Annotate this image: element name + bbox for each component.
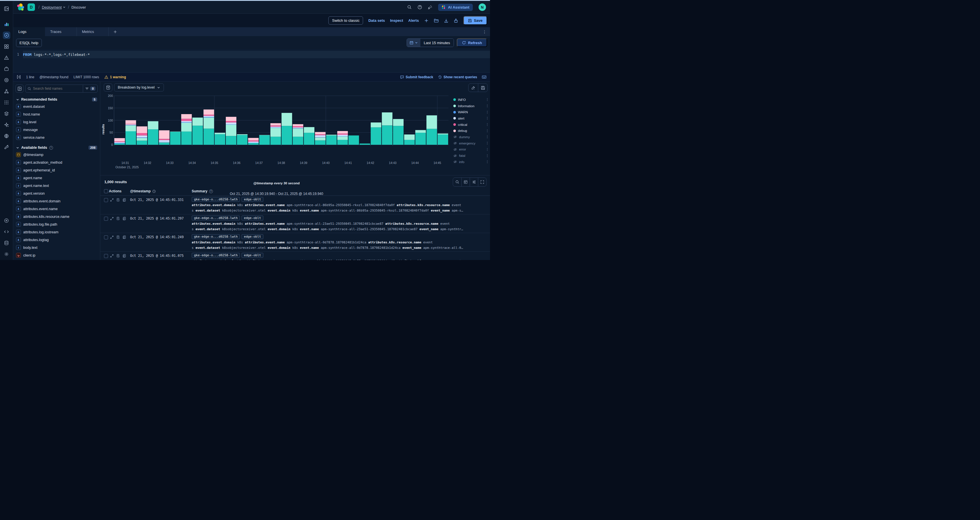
resource-badge[interactable]: gke-edge-o...d0258-lwth (192, 253, 240, 258)
open-session-folder-icon[interactable] (434, 18, 439, 23)
legend-item-menu-kebab-icon[interactable]: ⋮ (486, 129, 490, 133)
field-name[interactable]: attributes.logtag (23, 238, 49, 242)
resource-badge[interactable]: gke-edge-o...d0258-lwth (192, 215, 240, 220)
row-checkbox[interactable] (104, 217, 108, 221)
legend-item-fatal[interactable]: fatal ⋮ (453, 153, 490, 159)
stacked-bar-chart[interactable] (100, 93, 453, 161)
field-name[interactable]: agent.ephemeral_id (23, 168, 55, 172)
nav-service-map-icon[interactable] (3, 88, 10, 95)
esql-help-button[interactable]: ES|QL help (16, 39, 42, 47)
available-fields-help-icon[interactable]: ? (49, 146, 53, 150)
table-row[interactable]: Oct 21, 2025 @ 14:45:01.297 gke-edge-o..… (100, 214, 490, 233)
legend-item-menu-kebab-icon[interactable]: ⋮ (486, 98, 490, 102)
field-name[interactable]: agent.activation_method (23, 161, 62, 164)
field-item-recommended-4[interactable]: k service.name (13, 134, 100, 141)
resource-badge[interactable]: edge-oblt (242, 197, 263, 202)
editor-mode-icon[interactable] (17, 75, 21, 79)
field-name[interactable]: @timestamp (23, 153, 43, 157)
add-circle-icon[interactable] (3, 217, 10, 224)
field-item-available-10[interactable]: k attributes.log.iostream (13, 228, 100, 236)
field-name[interactable]: attributes.event.name (23, 207, 57, 211)
legend-item-menu-kebab-icon[interactable]: ⋮ (486, 148, 490, 152)
field-name[interactable]: attributes.log.file.path (23, 222, 57, 227)
field-name[interactable]: log.level (23, 120, 37, 124)
field-item-recommended-0[interactable]: k event.dataset (13, 103, 100, 110)
field-item-available-9[interactable]: k attributes.log.file.path (13, 220, 100, 228)
keyboard-shortcuts-icon[interactable] (482, 75, 487, 80)
resource-badge[interactable]: edge-oblt (242, 253, 263, 258)
field-name[interactable]: attributes.event.domain (23, 199, 60, 203)
legend-item-INFO[interactable]: INFO ⋮ (453, 97, 490, 103)
recommended-fields-header[interactable]: Recommended fields 5 (13, 95, 100, 103)
download-icon[interactable] (444, 18, 449, 23)
field-name[interactable]: agent.name.text (23, 184, 49, 188)
settings-gear-icon[interactable] (3, 250, 10, 258)
nav-analytics-icon[interactable] (3, 20, 10, 28)
help-icon[interactable] (417, 5, 422, 10)
histogram-chart[interactable]: results 050100150200 14:3114:3214:3314:3… (100, 93, 453, 168)
nav-tools-icon[interactable] (3, 144, 10, 151)
search-field-names-input[interactable] (31, 86, 83, 91)
deployment-badge[interactable]: D (27, 3, 35, 11)
legend-item-menu-kebab-icon[interactable]: ⋮ (486, 110, 490, 114)
nav-cases-icon[interactable] (3, 65, 10, 73)
field-search[interactable]: 0 (25, 85, 98, 93)
summary-help-icon[interactable]: ? (209, 190, 213, 193)
table-row[interactable]: Oct 21, 2025 @ 14:45:01.331 gke-edge-o..… (100, 196, 490, 214)
row-checkbox[interactable] (104, 235, 108, 239)
field-name[interactable]: client.ip (23, 254, 35, 257)
save-visualization-icon[interactable] (478, 84, 487, 92)
tab-logs[interactable]: Logs (13, 27, 45, 36)
legend-item-emergency[interactable]: emergency ⋮ (453, 140, 490, 147)
add-tab-button[interactable] (108, 27, 122, 36)
field-item-available-5[interactable]: k agent.version (13, 190, 100, 197)
field-item-available-4[interactable]: t agent.name.text (13, 182, 100, 190)
field-name[interactable]: agent.version (23, 191, 45, 196)
column-timestamp[interactable]: @timestamp (130, 189, 156, 193)
field-item-available-8[interactable]: k attributes.k8s.resource.name (13, 213, 100, 220)
alerts-link[interactable]: Alerts (408, 18, 419, 22)
field-name[interactable]: event.dataset (23, 105, 45, 108)
nav-synthetics-icon[interactable] (3, 132, 10, 140)
global-search-icon[interactable] (407, 5, 412, 10)
tab-metrics[interactable]: Metrics (77, 27, 108, 36)
field-item-available-13[interactable]: ip client.ip (13, 251, 100, 259)
field-name[interactable]: attributes.log.iostream (23, 230, 59, 234)
nav-infrastructure-icon[interactable] (3, 99, 10, 106)
field-item-available-12[interactable]: t body.text (13, 244, 100, 251)
nav-alerts-icon[interactable] (3, 54, 10, 61)
legend-item-menu-kebab-icon[interactable]: ⋮ (486, 116, 490, 120)
column-summary[interactable]: Summary ? (192, 189, 213, 193)
field-name[interactable]: attributes.k8s.resource.name (23, 215, 69, 219)
warning-indicator[interactable]: 1 warning (104, 75, 126, 79)
data-sets-link[interactable]: Data sets (368, 18, 385, 22)
dev-tools-icon[interactable] (3, 228, 10, 235)
time-range-value[interactable]: Last 15 minutes (420, 39, 453, 47)
stack-management-icon[interactable] (3, 239, 10, 247)
breadcrumb-deployment[interactable]: Deployment (42, 5, 65, 10)
refresh-button[interactable]: Refresh (457, 38, 487, 47)
field-name[interactable]: body.text (23, 246, 38, 250)
nav-ml-icon[interactable] (3, 121, 10, 128)
inspect-link[interactable]: Inspect (390, 18, 403, 22)
legend-item-debug[interactable]: debug ⋮ (453, 128, 490, 134)
resource-badge[interactable]: gke-edge-o...d0258-lwth (192, 197, 240, 202)
legend-item-info[interactable]: info ⋮ (453, 159, 490, 165)
resource-badge[interactable]: gke-edge-o...d0258-lwth (192, 234, 240, 239)
legend-item-WARN[interactable]: WARN ⋮ (453, 109, 490, 115)
tab-traces[interactable]: Traces (45, 27, 77, 36)
news-feed-icon[interactable] (428, 5, 433, 10)
legend-item-critical[interactable]: critical ⋮ (453, 121, 490, 128)
field-item-available-7[interactable]: k attributes.event.name (13, 205, 100, 213)
legend-item-menu-kebab-icon[interactable]: ⋮ (486, 141, 490, 145)
switch-to-classic-button[interactable]: Switch to classic (328, 16, 363, 25)
ai-assistant-button[interactable]: AI Assistant (438, 4, 473, 11)
user-avatar[interactable]: N (479, 3, 486, 11)
collapse-sidebar-icon[interactable] (16, 85, 24, 93)
field-name[interactable]: agent.name (23, 176, 42, 180)
show-recent-queries-link[interactable]: Show recent queries (438, 75, 477, 79)
field-item-available-1[interactable]: k agent.activation_method (13, 158, 100, 166)
breakdown-select[interactable]: Breakdown by log.level (114, 83, 164, 91)
field-item-available-11[interactable]: k attributes.logtag (13, 236, 100, 244)
resource-badge[interactable]: edge-oblt (242, 215, 263, 220)
